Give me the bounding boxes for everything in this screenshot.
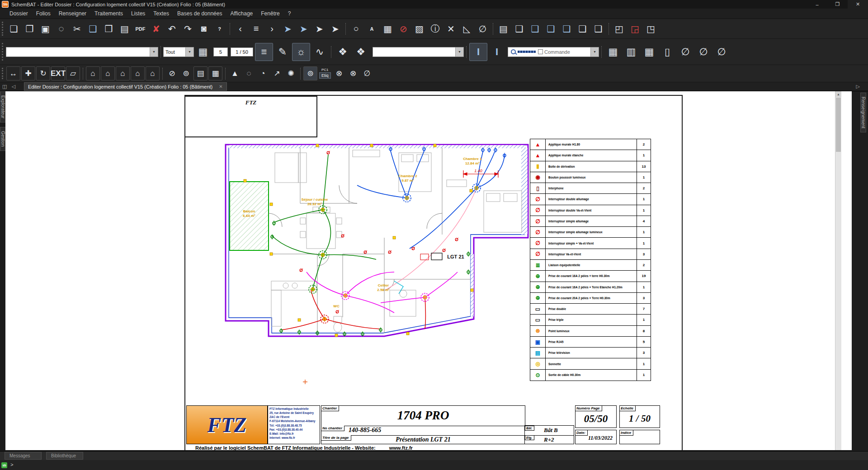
bibliotheque-button[interactable]: Bibliothèque	[46, 452, 83, 460]
scrollbar-thumb[interactable]	[836, 98, 841, 152]
hide-layer-icon[interactable]: ∅	[475, 21, 490, 36]
bubble-note-4-icon[interactable]: ❑	[559, 21, 574, 36]
frame-tall-icon[interactable]: ▯	[659, 43, 676, 61]
curves-icon[interactable]: ∿	[311, 43, 328, 61]
house-door-icon[interactable]: ⌂	[101, 66, 115, 80]
save-icon[interactable]: ▣	[38, 21, 53, 36]
window-check-icon[interactable]: ◲	[627, 21, 642, 36]
house-hidden-icon[interactable]: ⌂	[146, 66, 160, 80]
print-icon[interactable]: ▤	[117, 21, 132, 36]
chevron-down-icon[interactable]: ▼	[455, 47, 463, 56]
dim-perspective-icon[interactable]: ▲	[228, 67, 241, 80]
pointer-flag-icon[interactable]: ➤	[296, 21, 311, 36]
delete-symbol-icon[interactable]: ⊘	[396, 21, 411, 36]
bubble-note-2-icon[interactable]: ❑	[528, 21, 542, 36]
scope-combo[interactable]: Tout▼	[163, 47, 194, 57]
insert-text-icon[interactable]: A	[364, 21, 379, 36]
zoom-combo[interactable]: ▼	[6, 47, 158, 57]
wire-vertical-icon[interactable]: I	[469, 43, 487, 61]
eye-big-icon[interactable]: ∅	[361, 67, 374, 80]
selection-rect-icon[interactable]: ◌	[54, 21, 69, 36]
hide-wires-icon[interactable]: ∅	[695, 43, 712, 61]
pencil-icon[interactable]: ✎	[274, 43, 291, 61]
menu-?[interactable]: ?	[284, 9, 295, 18]
circle-select-icon[interactable]: ◌	[242, 67, 255, 80]
rotate-icon[interactable]: ↻	[36, 66, 50, 80]
chevron-down-icon[interactable]: ▼	[150, 47, 158, 56]
bubble-note-1-icon[interactable]: ❑	[512, 21, 527, 36]
insert-symbol-icon[interactable]: ○	[349, 21, 363, 36]
table-striped-icon[interactable]: ▥	[623, 43, 640, 61]
help-icon[interactable]: ?	[212, 21, 227, 36]
bulb-icon[interactable]: ☼	[292, 43, 310, 61]
maximize-button[interactable]: ❐	[827, 0, 848, 9]
info-icon[interactable]: ⓘ	[428, 21, 443, 36]
scale-field[interactable]: 1 / 50	[231, 47, 253, 56]
circle-partial-icon[interactable]: ◔	[256, 67, 269, 80]
house-roof-icon[interactable]: ⌂	[131, 66, 145, 80]
layers-shift-icon[interactable]: ❖	[352, 43, 369, 61]
delete-icon[interactable]: ✘	[149, 21, 164, 36]
window-icon[interactable]: ◫	[2, 84, 7, 89]
line-weights-icon[interactable]: ≡	[255, 43, 273, 61]
menu-traitements[interactable]: Traitements	[90, 9, 127, 18]
menu-listes[interactable]: Listes	[127, 9, 149, 18]
menu-renseigner[interactable]: Renseigner	[55, 9, 90, 18]
bubble-note-6-icon[interactable]: ❑	[591, 21, 606, 36]
socket-x1-icon[interactable]: ⊗	[333, 67, 346, 80]
nav-forward-icon[interactable]: ›	[264, 21, 279, 36]
cut-icon[interactable]: ✂	[70, 21, 85, 36]
website-link[interactable]: www.ftz.fr	[389, 445, 413, 450]
socket-x2-icon[interactable]: ⊗	[347, 67, 360, 80]
chevron-down-icon[interactable]: ▼	[185, 47, 193, 56]
menu-affichage[interactable]: Affichage	[226, 9, 257, 18]
plug-delete-icon[interactable]: ⊘	[165, 67, 179, 80]
plug-info-icon[interactable]: ⊚	[179, 67, 193, 80]
drawing-canvas[interactable]: FTZ	[5, 91, 852, 450]
socket-eye-icon[interactable]: ⊚	[303, 66, 317, 80]
hide-symbols-icon[interactable]: ∅	[677, 43, 694, 61]
menu-dossier[interactable]: Dossier	[5, 9, 32, 18]
document-tab[interactable]: Editer Dossier : Configuration logement …	[24, 82, 227, 91]
move-all-icon[interactable]: ✚	[21, 66, 35, 80]
house-window-icon[interactable]: ⌂	[116, 66, 130, 80]
minimize-button[interactable]: –	[807, 0, 827, 9]
pointer-symbol-icon[interactable]: ➤	[312, 21, 327, 36]
circle-arrow-icon[interactable]: ↗	[270, 67, 283, 80]
redo-icon[interactable]: ↷	[180, 21, 195, 36]
nav-menu-icon[interactable]: ≡	[249, 21, 264, 36]
list-detail-icon[interactable]: ▦	[208, 66, 222, 80]
pointer-move-icon[interactable]: ➤	[328, 21, 343, 36]
menu-fen-tre[interactable]: Fenêtre	[257, 9, 283, 18]
grid-size-field[interactable]: 5	[213, 47, 228, 56]
menu-folios[interactable]: Folios	[32, 9, 55, 18]
hatch-tool-icon[interactable]: ▨	[412, 21, 427, 36]
gear-star-icon[interactable]: ✺	[284, 67, 297, 80]
tab-scroll-left-icon[interactable]: ◁	[11, 84, 15, 89]
open-folder-icon[interactable]: ❐	[22, 21, 37, 36]
tab-scroll-right-icon[interactable]: ▷	[856, 84, 860, 89]
menu-bases-de-donn-es[interactable]: Bases de données	[173, 9, 226, 18]
window-info-icon[interactable]: ◳	[643, 21, 658, 36]
table-grid-icon[interactable]: ▦	[641, 43, 658, 61]
pan-icon[interactable]: ↔	[6, 66, 20, 80]
nav-back-icon[interactable]: ‹	[233, 21, 248, 36]
vertical-scrollbar[interactable]: ▲	[835, 91, 841, 450]
erase-icon[interactable]: ✕	[443, 21, 458, 36]
window-layout-icon[interactable]: ◰	[612, 21, 627, 36]
copy-icon[interactable]: ❑	[85, 21, 100, 36]
wire-vertical-alt-icon[interactable]: I	[488, 43, 505, 61]
table-borders-icon[interactable]: ▦	[604, 43, 622, 61]
grid-table-icon[interactable]: ▦	[194, 43, 212, 61]
measure-icon[interactable]: ◺	[459, 21, 474, 36]
etiquette-widget[interactable]: PC1 Etiq	[319, 68, 331, 79]
ext-icon[interactable]: EXT	[51, 66, 65, 80]
print-pdf-icon[interactable]: PDF	[133, 21, 148, 36]
messages-button[interactable]: Messages	[5, 452, 42, 460]
hide-all-icon[interactable]: ∅	[713, 43, 730, 61]
list-compact-icon[interactable]: ▤	[193, 66, 208, 80]
chevron-down-icon[interactable]: ▼	[590, 47, 599, 56]
bubble-note-5-icon[interactable]: ❑	[575, 21, 590, 36]
house-plain-icon[interactable]: ⌂	[86, 66, 100, 80]
folio-document-icon[interactable]: ▤	[496, 21, 511, 36]
